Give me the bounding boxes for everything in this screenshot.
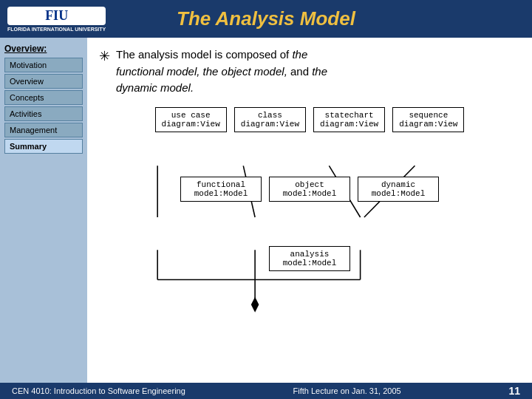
sidebar: Overview: Motivation Overview Concepts A… [0, 38, 87, 383]
bullet-text: The analysis model is composed of thefun… [116, 47, 327, 97]
sequence-view: sequencediagram:View [392, 107, 464, 132]
logo-text: FIU [7, 7, 106, 25]
sidebar-item-activities[interactable]: Activities [4, 106, 83, 121]
connector-lines [99, 107, 520, 378]
sidebar-overview-label: Overview: [4, 44, 83, 54]
analysis-model: analysismodel:Model [269, 246, 350, 271]
statechart-view: statechartdiagram:View [313, 107, 385, 132]
bullet-section: ✳ The analysis model is composed of thef… [99, 47, 520, 97]
diagram-row2: functionalmodel:Model objectmodel:Model … [99, 177, 520, 202]
sidebar-item-motivation[interactable]: Motivation [4, 58, 83, 72]
functional-model: functionalmodel:Model [180, 177, 262, 202]
main-area: Overview: Motivation Overview Concepts A… [0, 38, 532, 383]
content-area: ✳ The analysis model is composed of thef… [87, 38, 532, 383]
sidebar-item-overview[interactable]: Overview [4, 74, 83, 89]
sidebar-item-management[interactable]: Management [4, 123, 83, 137]
class-view: classdiagram:View [234, 107, 306, 132]
diagram-row1: use casediagram:View classdiagram:View s… [99, 107, 520, 132]
diagram-row3: analysismodel:Model [99, 246, 520, 271]
footer: CEN 4010: Introduction to Software Engin… [0, 383, 532, 399]
diagram: use casediagram:View classdiagram:View s… [99, 107, 520, 378]
object-model: objectmodel:Model [269, 177, 350, 202]
svg-marker-10 [251, 296, 259, 312]
footer-right: Fifth Lecture on Jan. 31, 2005 [293, 386, 401, 395]
sidebar-item-concepts[interactable]: Concepts [4, 90, 83, 105]
bullet-symbol: ✳ [99, 48, 110, 64]
sidebar-item-summary[interactable]: Summary [4, 139, 83, 154]
footer-page: 11 [508, 385, 520, 397]
use-case-view: use casediagram:View [155, 107, 227, 132]
dynamic-model: dynamicmodel:Model [358, 177, 439, 202]
page-title: The Analysis Model [177, 7, 355, 30]
logo-sub: FLORIDA INTERNATIONAL UNIVERSITY [7, 27, 106, 32]
logo: FIU FLORIDA INTERNATIONAL UNIVERSITY [7, 7, 106, 32]
footer-left: CEN 4010: Introduction to Software Engin… [12, 386, 185, 395]
page-header: FIU FLORIDA INTERNATIONAL UNIVERSITY The… [0, 0, 532, 38]
